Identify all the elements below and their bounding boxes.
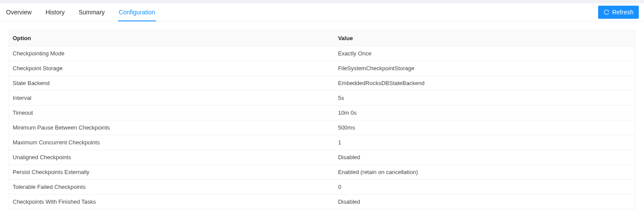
config-option: Interval — [9, 91, 335, 106]
refresh-icon — [603, 9, 609, 15]
config-option: Checkpoint Storage — [9, 61, 335, 76]
config-value: FileSystemCheckpointStorage — [335, 61, 635, 76]
table-row: Tolerable Failed Checkpoints0 — [9, 180, 635, 195]
table-row: Maximum Concurrent Checkpoints1 — [9, 135, 635, 150]
config-value: 10m 0s — [335, 106, 635, 120]
table-row: Checkpoint StorageFileSystemCheckpointSt… — [9, 61, 635, 76]
table-row: Checkpoints With Finished TasksDisabled — [9, 195, 635, 209]
table-row: Interval5s — [9, 91, 635, 106]
table-header-value: Value — [335, 31, 635, 46]
config-value: EmbeddedRocksDBStateBackend — [335, 76, 635, 91]
table-header-option: Option — [9, 31, 335, 46]
config-option: Tolerable Failed Checkpoints — [9, 180, 335, 195]
config-option: Checkpoints With Finished Tasks — [9, 195, 335, 209]
config-option: Unaligned Checkpoints — [9, 150, 335, 165]
config-option: Persist Checkpoints Externally — [9, 165, 335, 180]
tab-configuration[interactable]: Configuration — [118, 3, 156, 21]
table-row: Persist Checkpoints ExternallyEnabled (r… — [9, 165, 635, 180]
tab-overview[interactable]: Overview — [5, 3, 32, 21]
tab-history[interactable]: History — [45, 3, 66, 21]
config-value: 5s — [335, 91, 635, 106]
table-row: Timeout10m 0s — [9, 106, 635, 120]
config-option: Minimum Pause Between Checkpoints — [9, 120, 335, 135]
config-table: Option Value Checkpointing ModeExactly O… — [9, 30, 635, 209]
table-row: Unaligned CheckpointsDisabled — [9, 150, 635, 165]
config-value: 1 — [335, 135, 635, 150]
refresh-button[interactable]: Refresh — [598, 6, 639, 19]
config-value: Disabled — [335, 150, 635, 165]
config-value: 500ms — [335, 120, 635, 135]
config-option: State Backend — [9, 76, 335, 91]
config-value: 0 — [335, 180, 635, 195]
table-row: Minimum Pause Between Checkpoints500ms — [9, 120, 635, 135]
table-row: State BackendEmbeddedRocksDBStateBackend — [9, 76, 635, 91]
config-value: Enabled (retain on cancellation) — [335, 165, 635, 180]
config-value: Disabled — [335, 195, 635, 209]
table-row: Checkpointing ModeExactly Once — [9, 46, 635, 61]
config-option: Maximum Concurrent Checkpoints — [9, 135, 335, 150]
tab-summary[interactable]: Summary — [78, 3, 106, 21]
refresh-label: Refresh — [612, 7, 634, 17]
config-option: Checkpointing Mode — [9, 46, 335, 61]
config-value: Exactly Once — [335, 46, 635, 61]
tabs-bar: OverviewHistorySummaryConfiguration Refr… — [0, 3, 644, 21]
config-option: Timeout — [9, 106, 335, 120]
